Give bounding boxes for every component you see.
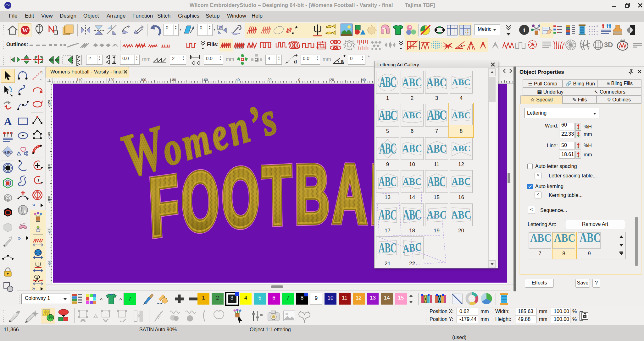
svg-text:FOOTBAL: FOOTBAL [147, 147, 403, 254]
svg-text:W: W [22, 27, 28, 34]
svg-text:d: d [294, 59, 297, 65]
svg-text:A: A [4, 116, 12, 127]
svg-text:10: 10 [218, 26, 222, 29]
svg-text:i: i [523, 26, 525, 34]
svg-text:ABC: ABC [3, 150, 12, 154]
svg-text:1: 1 [41, 71, 43, 75]
svg-text:a: a [341, 58, 344, 64]
